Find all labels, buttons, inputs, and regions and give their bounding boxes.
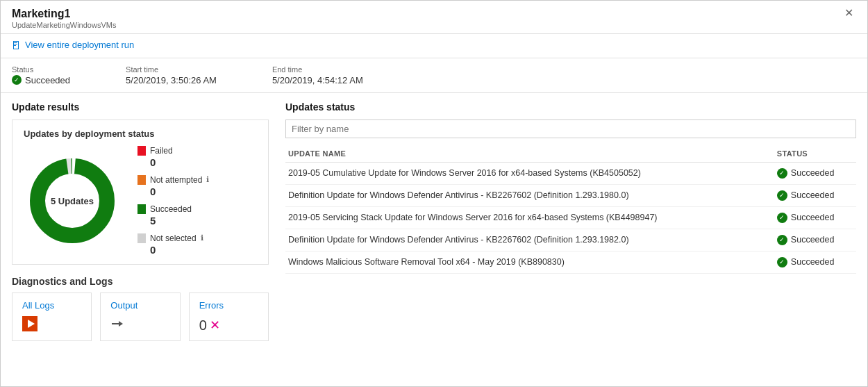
legend-not-attempted-label: Not attempted: [150, 175, 202, 185]
chart-box: Updates by deployment status 5 Updates: [12, 120, 269, 265]
errors-count-row: 0 ✕: [199, 318, 258, 334]
update-status-cell: ✓ Succeeded: [774, 229, 856, 251]
chart-title: Updates by deployment status: [24, 129, 257, 139]
not-selected-info-icon[interactable]: ℹ: [201, 233, 203, 242]
legend-not-attempted-bar: [137, 175, 146, 185]
all-logs-icon: [22, 316, 81, 334]
svg-rect-12: [112, 323, 119, 324]
start-time-label: Start time: [126, 65, 217, 74]
legend-not-selected-bar: [137, 233, 146, 243]
status-label: Status: [12, 65, 70, 74]
right-panel: Updates status UPDATE NAME STATUS 2019-0…: [285, 101, 856, 381]
diagnostics-cards: All Logs Output: [12, 293, 269, 341]
svg-rect-4: [14, 42, 17, 43]
end-time-value: 5/20/2019, 4:54:12 AM: [272, 75, 363, 85]
window-title: Marketing1: [12, 8, 116, 20]
start-time-group: Start time 5/20/2019, 3:50:26 AM: [126, 65, 217, 85]
errors-count-value: 0: [199, 318, 207, 334]
status-success-icon: ✓: [12, 75, 22, 85]
svg-rect-1: [13, 41, 14, 49]
all-logs-link[interactable]: All Logs: [22, 300, 81, 311]
col-status: STATUS: [774, 145, 856, 163]
table-row: Definition Update for Windows Defender A…: [285, 184, 856, 206]
start-time-value: 5/20/2019, 3:50:26 AM: [126, 75, 217, 85]
svg-point-8: [37, 166, 107, 236]
svg-rect-0: [13, 41, 19, 42]
status-value: ✓ Succeeded: [12, 75, 70, 85]
diagnostics-section: Diagnostics and Logs All Logs Output: [12, 276, 269, 341]
view-deployment-link[interactable]: View entire deployment run: [12, 40, 134, 50]
close-button[interactable]: ✕: [842, 8, 856, 19]
legend-not-selected-label: Not selected: [150, 233, 197, 243]
svg-rect-3: [18, 41, 19, 49]
left-panel: Update results Updates by deployment sta…: [12, 101, 269, 381]
legend-succeeded-label: Succeeded: [150, 204, 192, 214]
status-group: Status ✓ Succeeded: [12, 65, 70, 85]
svg-rect-5: [14, 44, 17, 44]
status-text: Succeeded: [791, 168, 835, 178]
succeeded-icon: ✓: [777, 168, 787, 179]
legend-failed: Failed 0: [137, 146, 209, 168]
update-status-cell: ✓ Succeeded: [774, 206, 856, 229]
donut-chart: 5 Updates: [24, 152, 121, 249]
legend-not-selected-count: 0: [137, 244, 209, 256]
legend-failed-bar: [137, 146, 146, 156]
errors-link[interactable]: Errors: [199, 300, 258, 311]
succeeded-icon: ✓: [777, 235, 787, 245]
not-attempted-info-icon[interactable]: ℹ: [206, 175, 209, 184]
end-time-group: End time 5/20/2019, 4:54:12 AM: [272, 65, 363, 85]
table-row: Windows Malicious Software Removal Tool …: [285, 251, 856, 273]
update-status-cell: ✓ Succeeded: [774, 251, 856, 273]
succeeded-icon: ✓: [777, 213, 787, 223]
status-text: Succeeded: [791, 190, 835, 200]
legend-not-attempted: Not attempted ℹ 0: [137, 175, 209, 197]
legend-succeeded: Succeeded 5: [137, 204, 209, 227]
svg-rect-6: [14, 45, 16, 46]
updates-status-title: Updates status: [285, 101, 856, 113]
diagnostics-title: Diagnostics and Logs: [12, 276, 269, 287]
status-text: Succeeded: [791, 257, 835, 267]
errors-card: Errors 0 ✕: [189, 293, 269, 341]
update-name-cell: Definition Update for Windows Defender A…: [285, 184, 774, 206]
title-bar-left: Marketing1 UpdateMarketingWindowsVMs: [12, 8, 116, 29]
view-link-text: View entire deployment run: [25, 40, 134, 50]
output-card: Output: [100, 293, 180, 341]
all-logs-card: All Logs: [12, 293, 92, 341]
title-bar: Marketing1 UpdateMarketingWindowsVMs ✕: [1, 1, 867, 34]
errors-x-icon: ✕: [210, 318, 220, 333]
end-time-label: End time: [272, 65, 363, 74]
legend-not-selected: Not selected ℹ 0: [137, 233, 209, 256]
col-update-name: UPDATE NAME: [285, 145, 774, 163]
output-link[interactable]: Output: [110, 300, 169, 311]
view-link-bar: View entire deployment run: [1, 34, 867, 58]
update-name-cell: 2019-05 Servicing Stack Update for Windo…: [285, 206, 774, 229]
table-header-row: UPDATE NAME STATUS: [285, 145, 856, 163]
chart-legend: Failed 0 Not attempted ℹ 0: [137, 146, 209, 256]
window-subtitle: UpdateMarketingWindowsVMs: [12, 21, 116, 29]
legend-failed-label: Failed: [150, 146, 173, 156]
legend-succeeded-bar: [137, 204, 146, 214]
main-content: Update results Updates by deployment sta…: [1, 93, 867, 388]
chart-area: 5 Updates Failed 0 Not attempte: [24, 146, 257, 256]
svg-marker-13: [119, 321, 123, 327]
svg-rect-2: [13, 49, 19, 49]
status-bar: Status ✓ Succeeded Start time 5/20/2019,…: [1, 58, 867, 93]
update-name-cell: Definition Update for Windows Defender A…: [285, 229, 774, 251]
table-row: 2019-05 Servicing Stack Update for Windo…: [285, 206, 856, 229]
legend-not-attempted-count: 0: [137, 186, 209, 197]
status-text: Succeeded: [791, 213, 835, 222]
output-icon: [110, 316, 169, 334]
update-name-cell: Windows Malicious Software Removal Tool …: [285, 251, 774, 273]
status-text: Succeeded: [25, 75, 70, 85]
status-text: Succeeded: [791, 235, 835, 245]
updates-table: UPDATE NAME STATUS 2019-05 Cumulative Up…: [285, 145, 856, 274]
update-name-cell: 2019-05 Cumulative Update for Windows Se…: [285, 162, 774, 184]
table-row: 2019-05 Cumulative Update for Windows Se…: [285, 162, 856, 184]
legend-succeeded-count: 5: [137, 215, 209, 227]
table-row: Definition Update for Windows Defender A…: [285, 229, 856, 251]
filter-input[interactable]: [285, 120, 856, 138]
document-icon: [12, 40, 22, 50]
update-results-title: Update results: [12, 101, 269, 113]
succeeded-icon: ✓: [777, 190, 787, 201]
succeeded-icon: ✓: [777, 257, 787, 267]
